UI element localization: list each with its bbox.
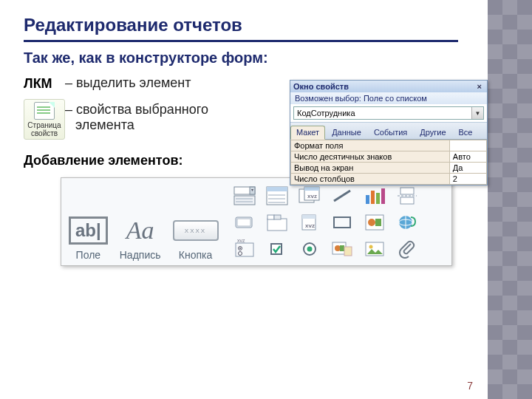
page-number: 7 bbox=[467, 380, 473, 392]
svg-rect-30 bbox=[334, 217, 350, 228]
tab-events[interactable]: События bbox=[368, 126, 413, 140]
svg-rect-24 bbox=[267, 219, 287, 231]
insert-page-icon[interactable]: xvz bbox=[296, 211, 324, 234]
small-tools-grid: xvz xvz xvz bbox=[231, 184, 421, 261]
option-group-icon[interactable]: xvz bbox=[231, 237, 259, 261]
chevron-down-icon: ▼ bbox=[471, 107, 483, 119]
slide-subtitle: Так же, как в конструкторе форм: bbox=[24, 50, 458, 66]
tab-data[interactable]: Данные bbox=[326, 126, 367, 140]
pane-selection-type: Возможен выбор: Поле со списком bbox=[290, 92, 487, 104]
rectangle-icon[interactable] bbox=[328, 211, 356, 234]
svg-rect-15 bbox=[366, 195, 369, 204]
svg-rect-12 bbox=[304, 187, 319, 191]
property-page-caption-2: свойств bbox=[31, 129, 58, 137]
svg-rect-25 bbox=[267, 215, 274, 219]
unbound-object-icon[interactable] bbox=[361, 211, 389, 234]
slide-title: Редактирование отчетов bbox=[24, 15, 458, 42]
option-button-icon[interactable] bbox=[296, 237, 324, 261]
props-description-line2: элемента bbox=[65, 117, 208, 133]
svg-point-44 bbox=[307, 247, 312, 252]
property-grid: Формат поля Число десятичных знаковАвто … bbox=[290, 140, 487, 185]
button-tool[interactable]: XXXX Кнопка bbox=[173, 214, 219, 261]
label-tool-caption: Надпись bbox=[120, 249, 161, 261]
props-description-line1: – свойства выбранного bbox=[65, 102, 208, 117]
page-break-icon[interactable] bbox=[393, 184, 421, 208]
svg-rect-28 bbox=[302, 215, 316, 219]
table-row: Вывод на экранДа bbox=[291, 163, 487, 174]
tab-control-icon[interactable] bbox=[263, 211, 291, 234]
svg-point-40 bbox=[238, 252, 242, 256]
svg-rect-17 bbox=[376, 193, 380, 204]
svg-text:xvz: xvz bbox=[307, 193, 317, 200]
tab-other[interactable]: Другие bbox=[414, 126, 451, 140]
image-icon[interactable] bbox=[361, 237, 389, 261]
svg-rect-19 bbox=[400, 188, 414, 194]
lkm-description: – выделить элемент bbox=[65, 75, 191, 91]
svg-rect-47 bbox=[340, 245, 344, 251]
property-page-icon bbox=[34, 102, 55, 120]
svg-rect-2 bbox=[234, 196, 255, 205]
tab-all[interactable]: Все bbox=[453, 126, 479, 140]
property-page-button[interactable]: Страница свойств bbox=[24, 99, 65, 140]
svg-point-32 bbox=[368, 219, 375, 226]
property-page-caption-1: Страница bbox=[27, 121, 61, 129]
line-icon[interactable] bbox=[328, 184, 356, 208]
button-icon: XXXX bbox=[173, 220, 219, 241]
lkm-label: ЛКМ bbox=[24, 75, 65, 92]
toggle-button-icon[interactable] bbox=[231, 211, 259, 234]
svg-text:xvz: xvz bbox=[305, 222, 315, 229]
close-icon[interactable]: × bbox=[475, 82, 484, 91]
button-tool-caption: Кнопка bbox=[179, 249, 212, 261]
svg-rect-48 bbox=[344, 247, 352, 256]
label-tool[interactable]: Aa Надпись bbox=[120, 214, 161, 261]
field-tool[interactable]: ab| Поле bbox=[69, 214, 108, 261]
object-selector-value: КодСотрудника bbox=[294, 107, 471, 119]
svg-rect-6 bbox=[267, 187, 287, 191]
svg-text:xvz: xvz bbox=[237, 239, 245, 243]
svg-point-46 bbox=[335, 245, 341, 251]
property-sheet-pane: Окно свойств × Возможен выбор: Поле со с… bbox=[290, 80, 488, 185]
pane-title: Окно свойств bbox=[293, 82, 349, 91]
controls-toolbox: ab| Поле Aa Надпись XXXX Кнопка xvz x bbox=[61, 177, 452, 266]
table-row: Число столбцов2 bbox=[291, 174, 487, 185]
field-tool-caption: Поле bbox=[76, 249, 101, 261]
svg-point-50 bbox=[369, 245, 372, 249]
list-box-icon[interactable] bbox=[263, 184, 291, 208]
svg-rect-16 bbox=[371, 191, 375, 204]
bound-object-icon[interactable] bbox=[328, 237, 356, 261]
chart-icon[interactable] bbox=[361, 184, 389, 208]
textbox-icon: ab| bbox=[69, 216, 108, 245]
attachment-icon[interactable] bbox=[393, 237, 421, 261]
label-icon: Aa bbox=[126, 216, 154, 245]
svg-line-14 bbox=[334, 191, 350, 201]
svg-rect-18 bbox=[381, 188, 385, 204]
svg-point-41 bbox=[239, 248, 241, 249]
table-row: Число десятичных знаковАвто bbox=[291, 151, 487, 163]
svg-rect-23 bbox=[237, 219, 250, 226]
subform-icon[interactable]: xvz bbox=[296, 184, 324, 208]
decorative-border bbox=[488, 0, 532, 399]
combo-box-icon[interactable] bbox=[231, 184, 259, 208]
svg-rect-33 bbox=[375, 219, 381, 226]
hyperlink-icon[interactable] bbox=[393, 211, 421, 234]
tab-layout[interactable]: Макет bbox=[290, 126, 325, 140]
svg-rect-26 bbox=[274, 215, 281, 219]
svg-rect-42 bbox=[271, 244, 282, 254]
checkbox-icon[interactable] bbox=[263, 237, 291, 261]
table-row: Формат поля bbox=[291, 140, 487, 151]
pane-tabs: Макет Данные События Другие Все bbox=[290, 122, 487, 140]
object-selector-combo[interactable]: КодСотрудника ▼ bbox=[293, 106, 484, 120]
svg-rect-20 bbox=[400, 197, 414, 204]
